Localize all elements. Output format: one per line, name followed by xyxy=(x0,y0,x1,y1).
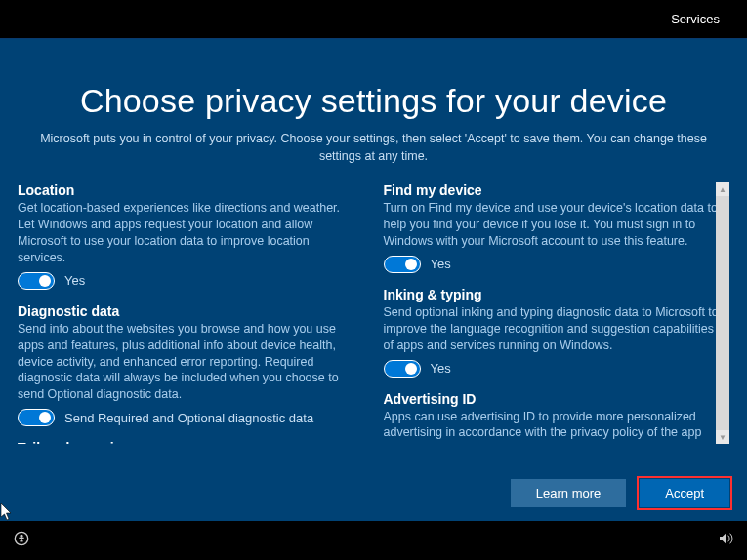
setting-description: Turn on Find my device and use your devi… xyxy=(384,200,726,250)
settings-right-column: Find my device Turn on Find my device an… xyxy=(384,182,726,444)
page-title: Choose privacy settings for your device xyxy=(18,82,729,120)
svg-point-1 xyxy=(21,535,22,537)
setting-title: Location xyxy=(18,182,360,198)
volume-icon[interactable] xyxy=(718,531,733,550)
setting-tailored-experiences: Tailored experiences Let Microsoft use y… xyxy=(18,440,360,444)
setting-description: Apps can use advertising ID to provide m… xyxy=(384,409,726,445)
learn-more-button[interactable]: Learn more xyxy=(511,479,626,507)
footer-buttons: Learn more Accept xyxy=(511,479,729,507)
bottom-bar xyxy=(0,521,747,560)
top-bar: Services xyxy=(0,0,747,39)
setting-find-my-device: Find my device Turn on Find my device an… xyxy=(384,182,726,273)
tab-services[interactable]: Services xyxy=(663,12,727,26)
main-panel: Choose privacy settings for your device … xyxy=(0,39,747,521)
toggle-location[interactable] xyxy=(18,272,55,290)
setting-description: Send info about the websites you browse … xyxy=(18,321,360,403)
toggle-label: Send Required and Optional diagnostic da… xyxy=(64,411,313,425)
setting-title: Inking & typing xyxy=(384,287,726,302)
toggle-inking-typing[interactable] xyxy=(384,360,421,378)
toggle-label: Yes xyxy=(431,361,451,376)
setting-inking-typing: Inking & typing Send optional inking and… xyxy=(384,287,726,378)
scroll-track[interactable] xyxy=(716,196,729,430)
accessibility-icon[interactable] xyxy=(14,531,29,550)
toggle-label: Yes xyxy=(431,257,451,271)
page-subtitle: Microsoft puts you in control of your pr… xyxy=(32,130,716,165)
scroll-down-icon[interactable]: ▼ xyxy=(716,430,729,444)
setting-diagnostic-data: Diagnostic data Send info about the webs… xyxy=(18,303,360,426)
toggle-diagnostic-data[interactable] xyxy=(18,409,55,426)
settings-left-column: Location Get location-based experiences … xyxy=(18,182,360,444)
setting-location: Location Get location-based experiences … xyxy=(18,182,360,290)
setting-title: Find my device xyxy=(384,182,726,198)
setting-description: Send optional inking and typing diagnost… xyxy=(384,304,726,354)
settings-scroll-area: Location Get location-based experiences … xyxy=(18,182,729,444)
setting-title: Advertising ID xyxy=(384,391,726,407)
scroll-up-icon[interactable]: ▲ xyxy=(716,182,729,196)
toggle-find-my-device[interactable] xyxy=(384,256,421,273)
setting-advertising-id: Advertising ID Apps can use advertising … xyxy=(384,391,726,445)
toggle-label: Yes xyxy=(64,273,85,288)
setting-description: Get location-based experiences like dire… xyxy=(18,200,360,266)
setting-title: Diagnostic data xyxy=(18,303,360,319)
setting-title: Tailored experiences xyxy=(18,440,360,444)
accept-button[interactable]: Accept xyxy=(640,479,729,507)
vertical-scrollbar[interactable]: ▲ ▼ xyxy=(716,182,729,444)
